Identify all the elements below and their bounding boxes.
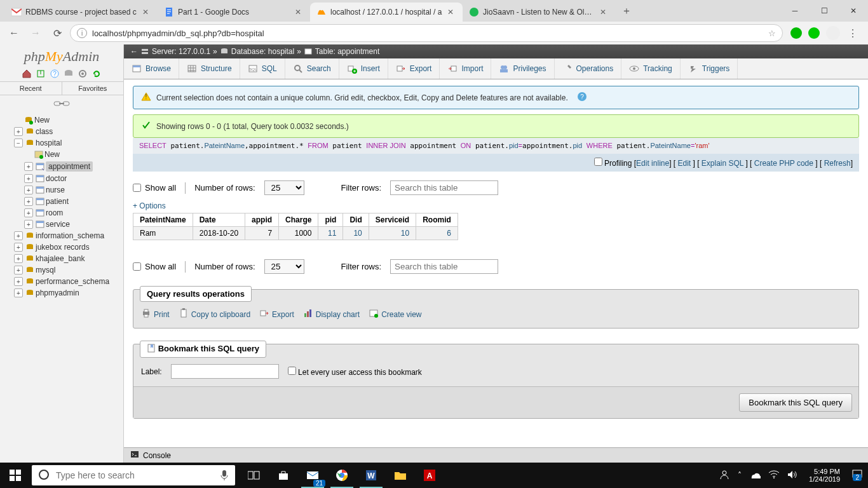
refresh-link[interactable]: Refresh — [824, 159, 851, 168]
tree-db-hospital[interactable]: −hospital — [14, 137, 123, 149]
col-header[interactable]: Did — [343, 214, 369, 227]
nav-structure[interactable]: Structure — [179, 58, 240, 79]
expand-icon[interactable]: + — [24, 186, 33, 194]
create-php-link[interactable]: Create PHP code — [754, 159, 813, 168]
bookmark-submit-button[interactable]: Bookmark this SQL query — [739, 393, 852, 412]
close-icon[interactable]: ✕ — [600, 8, 609, 17]
settings-icon[interactable] — [78, 69, 88, 79]
tree-db-phpmyadmin[interactable]: +phpmyadmin — [14, 287, 123, 299]
col-header[interactable]: Charge — [279, 214, 318, 227]
help-icon[interactable]: ? — [577, 92, 587, 104]
nav-operations[interactable]: Operations — [555, 58, 622, 79]
logout-icon[interactable] — [36, 69, 46, 79]
close-button[interactable]: ✕ — [839, 1, 868, 20]
expand-icon[interactable]: + — [24, 208, 33, 217]
close-icon[interactable]: ✕ — [142, 8, 151, 17]
profile-avatar[interactable] — [826, 26, 840, 40]
chart-link[interactable]: Display chart — [303, 308, 360, 320]
tree-table-nurse[interactable]: +nurse — [24, 184, 123, 196]
col-header[interactable]: appid — [245, 214, 279, 227]
nav-tracking[interactable]: Tracking — [621, 58, 681, 79]
cell[interactable]: 6 — [416, 227, 458, 240]
options-toggle[interactable]: + Options — [133, 199, 859, 213]
close-icon[interactable]: ✕ — [447, 8, 456, 17]
nav-sql[interactable]: SQLSQL — [240, 58, 285, 79]
expand-icon[interactable]: + — [24, 174, 33, 183]
recent-tab[interactable]: Recent — [0, 82, 62, 95]
tree-table-patient[interactable]: +patient — [24, 196, 123, 207]
tab-phpmyadmin[interactable]: localhost / 127.0.0.1 / hospital / a ✕ — [310, 3, 463, 22]
expand-icon[interactable]: + — [14, 127, 23, 136]
breadcrumb-table[interactable]: Table: appointment — [315, 47, 379, 56]
nav-search[interactable]: Search — [285, 58, 339, 79]
view-link[interactable]: Create view — [369, 308, 421, 320]
print-link[interactable]: Print — [141, 308, 170, 320]
tree-db-class[interactable]: +class — [14, 126, 123, 137]
show-all-checkbox[interactable]: Show all — [133, 262, 176, 271]
cell[interactable]: 10 — [369, 227, 416, 240]
extension-icon[interactable] — [808, 27, 820, 39]
sql-icon[interactable] — [64, 69, 74, 79]
bookmark-share-checkbox[interactable]: Let every user access this bookmark — [288, 367, 422, 377]
expand-icon[interactable]: + — [24, 220, 33, 229]
tree-table-appointment[interactable]: +appointment — [24, 160, 123, 173]
num-rows-select[interactable]: 25 — [264, 259, 304, 274]
edit-link[interactable]: Edit — [677, 159, 691, 168]
tree-new[interactable]: New — [14, 114, 123, 126]
col-header[interactable]: PateintName — [133, 214, 193, 227]
console-bar[interactable]: Console — [124, 447, 868, 463]
tree-db-khajalee[interactable]: +khajalee_bank — [14, 253, 123, 264]
info-icon[interactable]: i — [77, 28, 87, 38]
expand-icon[interactable]: + — [14, 231, 23, 240]
edit-inline-link[interactable]: Edit inline — [636, 159, 669, 168]
menu-dots-icon[interactable]: ⋮ — [846, 27, 859, 39]
tree-new-table[interactable]: New — [24, 149, 123, 160]
expand-icon[interactable]: + — [24, 162, 33, 171]
nav-triggers[interactable]: Triggers — [681, 58, 738, 79]
forward-button[interactable]: → — [27, 24, 44, 42]
breadcrumb-database[interactable]: Database: hospital — [231, 47, 294, 56]
col-header[interactable]: pid — [318, 214, 343, 227]
tree-table-room[interactable]: +room — [24, 207, 123, 219]
expand-icon[interactable]: + — [14, 288, 23, 297]
nav-export[interactable]: Export — [388, 58, 440, 79]
close-icon[interactable]: ✕ — [295, 8, 304, 17]
nav-privileges[interactable]: Privileges — [491, 58, 554, 79]
maximize-button[interactable]: ☐ — [810, 1, 839, 20]
extension-icon[interactable] — [790, 27, 802, 39]
nav-browse[interactable]: Browse — [124, 58, 179, 79]
cell[interactable]: 10 — [343, 227, 369, 240]
cell[interactable]: 11 — [318, 227, 343, 240]
minimize-button[interactable]: ─ — [780, 1, 810, 20]
collapse-icon[interactable]: − — [14, 139, 23, 147]
nav-insert[interactable]: Insert — [339, 58, 388, 79]
tab-gmail[interactable]: RDBMS course - project based c ✕ — [5, 3, 158, 22]
bookmark-label-input[interactable] — [171, 364, 279, 379]
col-header[interactable]: Serviceid — [369, 214, 416, 227]
tree-db-mysql[interactable]: +mysql — [14, 264, 123, 276]
export-link[interactable]: Export — [259, 308, 294, 320]
docs-icon[interactable]: ? — [50, 69, 60, 79]
tree-db-infoschema[interactable]: +information_schema — [14, 230, 123, 241]
home-icon[interactable] — [22, 69, 32, 79]
reload-button[interactable]: ⟳ — [48, 24, 66, 42]
address-bar[interactable]: i localhost/phpmyadmin/db_sql.php?db=hos… — [70, 24, 783, 42]
expand-icon[interactable]: + — [14, 266, 23, 274]
profiling-checkbox[interactable]: Profiling — [594, 159, 632, 168]
expand-icon[interactable]: + — [14, 254, 23, 263]
bookmark-star-icon[interactable]: ☆ — [768, 29, 776, 38]
explain-link[interactable]: Explain SQL — [702, 159, 743, 168]
nav-import[interactable]: Import — [440, 58, 491, 79]
tree-table-doctor[interactable]: +doctor — [24, 173, 123, 184]
tab-docs[interactable]: Part 1 - Google Docs ✕ — [158, 3, 310, 22]
tree-table-service[interactable]: +service — [24, 219, 123, 230]
expand-icon[interactable]: + — [14, 243, 23, 252]
collapse-nav-icon[interactable]: ← — [130, 47, 138, 56]
filter-input[interactable] — [390, 259, 498, 274]
tree-db-perf[interactable]: +performance_schema — [14, 276, 123, 287]
back-button[interactable]: ← — [5, 24, 23, 42]
col-header[interactable]: Date — [193, 214, 245, 227]
show-all-checkbox[interactable]: Show all — [133, 183, 176, 193]
expand-icon[interactable]: + — [14, 277, 23, 286]
breadcrumb-server[interactable]: Server: 127.0.0.1 — [152, 47, 210, 56]
